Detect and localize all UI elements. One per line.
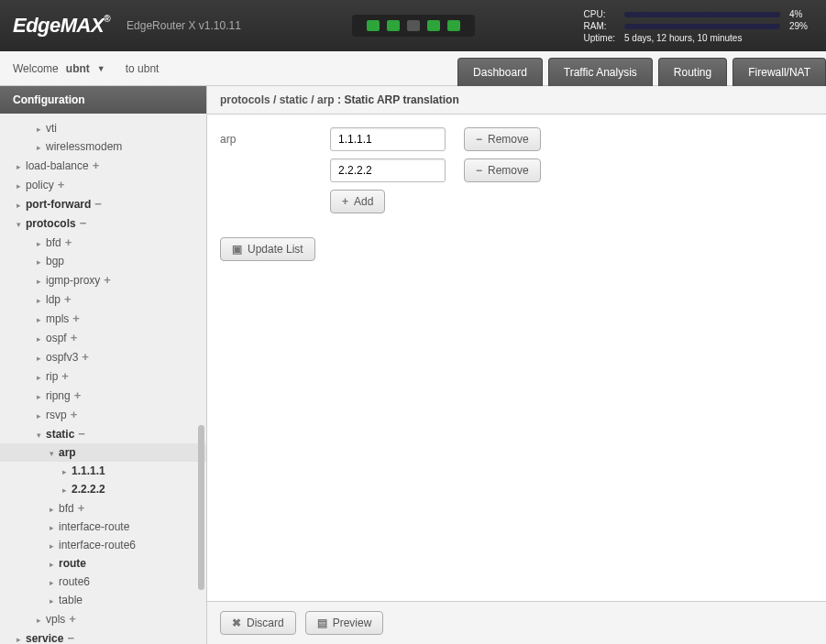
expand-icon[interactable]: + [71, 331, 78, 344]
tree-item-vti[interactable]: ▸vti [0, 119, 206, 137]
tree-item-route6[interactable]: ▸route6 [0, 573, 206, 591]
tree-item-bfd[interactable]: ▸bfd+ [0, 233, 206, 252]
collapse-icon[interactable]: − [78, 427, 85, 441]
port-1 [367, 20, 380, 31]
caret-icon: ▸ [17, 201, 26, 210]
breadcrumb-path: protocols / static / arp [220, 93, 335, 106]
caret-icon: ▸ [37, 296, 46, 305]
tree-item-bfd[interactable]: ▸bfd+ [0, 498, 206, 518]
tree-item-label: bfd [59, 502, 74, 515]
tree-item-interface-route6[interactable]: ▸interface-route6 [0, 536, 206, 554]
tree-item-ripng[interactable]: ▸ripng+ [0, 386, 206, 405]
tree-item-interface-route[interactable]: ▸interface-route [0, 518, 206, 536]
caret-icon: ▸ [37, 334, 46, 344]
tree-item-policy[interactable]: ▸policy+ [0, 175, 206, 194]
tree-item-table[interactable]: ▸table [0, 591, 206, 609]
tree-item-ospfv3[interactable]: ▸ospfv3+ [0, 347, 206, 366]
caret-icon: ▸ [37, 392, 46, 401]
remove-label: Remove [488, 133, 529, 146]
expand-icon[interactable]: + [104, 273, 111, 287]
tree-item-1-1-1-1[interactable]: ▸1.1.1.1 [0, 462, 206, 480]
port-2 [387, 20, 400, 31]
scrollbar-thumb[interactable] [198, 425, 204, 590]
tree-item-vpls[interactable]: ▸vpls+ [0, 609, 206, 628]
caret-icon: ▸ [62, 467, 72, 476]
tree-item-static[interactable]: ▾static− [0, 424, 206, 443]
expand-icon[interactable]: + [58, 178, 65, 191]
tree-item-bgp[interactable]: ▸bgp [0, 252, 206, 270]
tree-item-rsvp[interactable]: ▸rsvp+ [0, 405, 206, 424]
expand-icon[interactable]: + [64, 292, 72, 306]
form-area: arp − Remove − Remove [207, 115, 826, 601]
tab-firewall-nat[interactable]: Firewall/NAT [732, 58, 826, 86]
tree-item-port-forward[interactable]: ▸port-forward− [0, 194, 206, 213]
tree-item-ospf[interactable]: ▸ospf+ [0, 328, 206, 347]
remove-button-0[interactable]: − Remove [464, 127, 541, 151]
logo: EdgeMAX® [13, 14, 110, 38]
content-panel: protocols / static / arp : Static ARP tr… [207, 86, 826, 644]
expand-icon[interactable]: + [78, 501, 85, 515]
tree-item-igmp-proxy[interactable]: ▸igmp-proxy+ [0, 270, 206, 289]
tree-item-wirelessmodem[interactable]: ▸wirelessmodem [0, 137, 206, 156]
expand-icon[interactable]: + [71, 408, 78, 421]
expand-icon[interactable]: + [72, 311, 80, 325]
content-footer: ✖ Discard ▤ Preview [207, 601, 826, 644]
collapse-icon[interactable]: − [94, 197, 102, 211]
update-label: Update List [248, 243, 303, 256]
caret-icon: ▸ [50, 505, 59, 514]
welcome-user: ubnt [66, 62, 90, 75]
system-stats: CPU: 4% RAM: 29% Uptime: 5 days, 12 hour… [578, 7, 813, 45]
tree-item-load-balance[interactable]: ▸load-balance+ [0, 156, 206, 175]
caret-icon: ▸ [50, 596, 59, 606]
tree-item-label: rsvp [46, 409, 67, 421]
discard-button[interactable]: ✖ Discard [220, 611, 296, 635]
welcome-dropdown[interactable]: Welcome ubnt ▼ [13, 62, 105, 75]
arp-entry-row: − Remove [330, 158, 541, 182]
preview-button[interactable]: ▤ Preview [305, 611, 384, 635]
expand-icon[interactable]: + [74, 388, 82, 402]
update-list-button[interactable]: ▣ Update List [220, 237, 315, 261]
tree-item-protocols[interactable]: ▾protocols− [0, 213, 206, 233]
tree-item-label: route6 [59, 575, 90, 588]
uptime-label: Uptime: [580, 33, 619, 43]
add-row: + Add [330, 190, 541, 213]
save-icon: ▣ [232, 243, 242, 256]
breadcrumb: protocols / static / arp : Static ARP tr… [207, 86, 826, 115]
tree-item-label: ospf [46, 332, 67, 344]
arp-entry-row: − Remove [330, 127, 541, 151]
tab-routing[interactable]: Routing [658, 58, 727, 86]
port-5 [447, 20, 460, 31]
tab-traffic-analysis[interactable]: Traffic Analysis [548, 58, 653, 86]
add-button[interactable]: + Add [330, 190, 385, 213]
arp-field-label: arp [220, 127, 312, 146]
tree-item-route[interactable]: ▸route [0, 554, 206, 573]
plus-icon: + [342, 195, 348, 208]
tree-item-2-2-2-2[interactable]: ▸2.2.2.2 [0, 480, 206, 498]
tree-item-label: port-forward [26, 198, 91, 211]
tree-item-service[interactable]: ▸service− [0, 628, 206, 642]
arp-input-0[interactable] [330, 127, 446, 151]
caret-icon: ▸ [37, 616, 46, 625]
config-sidebar: Configuration ▸vti▸wirelessmodem▸load-ba… [0, 86, 207, 644]
tree-item-label: protocols [26, 217, 76, 230]
tree-item-arp[interactable]: ▾arp [0, 443, 206, 462]
expand-icon[interactable]: + [65, 235, 72, 249]
arp-input-1[interactable] [330, 158, 446, 182]
collapse-icon[interactable]: − [80, 216, 87, 230]
caret-icon: ▸ [17, 162, 26, 171]
expand-icon[interactable]: + [61, 369, 69, 383]
config-tree[interactable]: ▸vti▸wirelessmodem▸load-balance+▸policy+… [0, 114, 206, 642]
tab-dashboard[interactable]: Dashboard [457, 58, 543, 86]
expand-icon[interactable]: + [69, 612, 76, 626]
tree-item-mpls[interactable]: ▸mpls+ [0, 309, 206, 328]
tree-item-ldp[interactable]: ▸ldp+ [0, 289, 206, 309]
tree-item-rip[interactable]: ▸rip+ [0, 366, 206, 386]
remove-button-1[interactable]: − Remove [464, 158, 541, 182]
cpu-bar [624, 12, 780, 17]
expand-icon[interactable]: + [82, 350, 89, 364]
expand-icon[interactable]: + [93, 158, 100, 172]
caret-icon: ▸ [37, 277, 46, 286]
collapse-icon[interactable]: − [67, 631, 74, 642]
tree-item-label: load-balance [26, 159, 89, 172]
tree-item-label: bgp [46, 255, 64, 267]
